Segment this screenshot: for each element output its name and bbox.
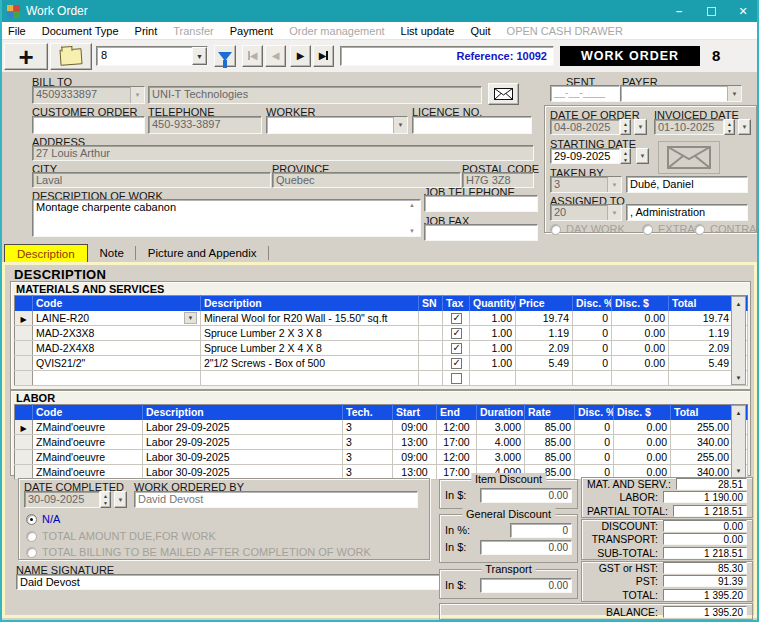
record-selector-combo[interactable]: 8 ▼ [96,46,208,66]
taken-by-combo[interactable]: 3▼ [550,176,622,193]
job-telephone-field[interactable] [424,195,538,212]
name-signature-field[interactable]: Daid Devost [16,574,441,590]
starting-date-spinner[interactable]: ▲▼ [620,148,631,164]
materials-scrollbar[interactable]: ▲ ▼ [731,296,746,385]
scroll-up-icon[interactable]: ▲ [732,297,745,310]
tax-checkbox[interactable] [451,343,462,354]
sent-field[interactable]: __-__-____ [550,85,620,102]
mail-invoice-button [658,141,720,174]
materials-row[interactable]: ▶ LAINE-R20▼ Mineral Wool for R20 Wall -… [15,311,748,326]
work-ordered-by-field[interactable]: David Devost [134,491,418,508]
maximize-button[interactable] [695,0,727,22]
open-button[interactable] [50,43,92,70]
minimize-button[interactable]: – [663,0,695,22]
chevron-down-icon: ▼ [130,87,144,103]
scroll-down-icon[interactable]: ▼ [732,464,745,477]
labor-title: LABOR [16,392,55,404]
radio-icon [642,224,653,235]
materials-title: MATERIALS AND SERVICES [16,283,164,295]
new-record-button[interactable]: + [4,43,48,70]
mail-icon [667,146,711,169]
tax-checkbox[interactable] [451,313,462,324]
menu-list-update[interactable]: List update [393,25,463,37]
prev-record-icon: ◀ [272,51,280,61]
tax-checkbox[interactable] [451,328,462,339]
menu-file[interactable]: File [0,25,34,37]
labor-scrollbar[interactable]: ▲ ▼ [731,405,746,478]
starting-date-dropdown[interactable]: ▼ [636,148,649,164]
invoiced-date-dropdown: ▼ [738,119,751,135]
tax-checkbox[interactable] [451,373,462,384]
document-type-banner: WORK ORDER [560,46,700,66]
scroll-up-icon[interactable]: ▲ [732,406,745,419]
close-button[interactable]: ✕ [727,0,759,22]
assigned-to-combo[interactable]: 20▼ [550,204,622,221]
item-discount-field[interactable]: 0.00 [480,488,572,503]
licence-field[interactable] [412,116,532,134]
tab-description[interactable]: Description [4,244,88,262]
tabstrip: Description Note Picture and Appendix [4,243,269,262]
transport-field[interactable]: 0.00 [480,578,572,593]
radio-icon [26,514,37,525]
chevron-down-icon: ▼ [742,124,748,130]
reference-value: Reference: 10092 [456,50,547,62]
next-record-icon: ▶ [297,51,305,61]
bill-to-name-field: UNI-T Technologies [148,86,482,104]
labor-row[interactable]: ▶ ZMaind'oeuvre Labor 29-09-2025 3 09:00… [15,420,748,435]
send-mail-button[interactable] [488,83,519,105]
billing-mailed-radio: TOTAL BILLING TO BE MAILED AFTER COMPLET… [26,546,371,558]
materials-row[interactable]: MAD-2X4X8 Spruce Lumber 2 X 4 X 8 1.00 2… [15,341,748,356]
na-radio[interactable]: N/A [26,513,60,525]
labor-row[interactable]: ZMaind'oeuvre Labor 29-09-2025 3 13:00 1… [15,435,748,450]
materials-header-row: Code Description SN Tax Quantity Price D… [15,296,748,311]
payer-combo[interactable]: ▼ [620,85,742,102]
totals-box-3: GST or HST:85.30 PST:91.39 TOTAL:1 395.2… [581,561,753,602]
toolbar: + 8 ▼ ◀ ◀ ▶ ▶ Reference: 10092 WORK ORDE… [0,40,759,72]
day-work-radio: DAY WORK [550,223,625,235]
customer-order-field[interactable] [32,116,145,134]
scroll-down-icon[interactable]: ▼ [732,371,745,384]
menu-print[interactable]: Print [127,25,166,37]
gst-hst-field: 85.30 [663,562,747,574]
total-row: TOTAL:1 395.20 [587,589,747,601]
titlebar: Work Order – ✕ [0,0,759,22]
radio-icon [550,224,561,235]
maximize-icon [707,7,716,16]
materials-row[interactable]: MAD-2X3X8 Spruce Lumber 2 X 3 X 8 1.00 1… [15,326,748,341]
textarea-scrollbar[interactable]: ▲▼ [406,202,418,234]
last-record-button[interactable]: ▶ [313,45,334,67]
spinner-down-icon: ▼ [621,156,630,163]
labor-row[interactable]: ZMaind'oeuvre Labor 30-09-2025 3 09:00 1… [15,450,748,465]
date-completed-spinner[interactable]: ▲▼ [100,491,111,508]
menu-payment[interactable]: Payment [222,25,281,37]
date-of-order-dropdown: ▼ [634,119,647,135]
menu-quit[interactable]: Quit [462,25,498,37]
total-row: PST:91.39 [587,575,747,587]
starting-date-field[interactable]: 29-09-2025 [550,148,620,164]
radio-icon [694,224,705,235]
materials-table: Code Description SN Tax Quantity Price D… [14,295,748,386]
partial-total-field: 1 218.51 [673,505,747,517]
add-icon: + [18,47,33,67]
scroll-up-icon: ▲ [409,202,415,208]
tab-note[interactable]: Note [88,244,136,262]
worker-combo[interactable]: ▼ [266,116,408,134]
materials-row-empty[interactable] [15,371,748,386]
job-fax-field[interactable] [424,224,538,241]
chevron-down-icon: ▼ [638,124,644,130]
menu-document-type[interactable]: Document Type [34,25,127,37]
tab-picture-appendix[interactable]: Picture and Appendix [136,244,269,262]
chevron-down-icon[interactable]: ▼ [192,47,207,65]
date-completed-dropdown[interactable]: ▼ [114,491,127,508]
materials-row[interactable]: QVIS21/2" 2"1/2 Screws - Box of 500 1.00… [15,356,748,371]
chevron-down-icon[interactable]: ▼ [184,312,197,324]
general-discount-pct-field[interactable]: 0 [510,523,572,538]
bill-to-account-combo[interactable]: 4509333897▼ [32,86,145,104]
next-record-button[interactable]: ▶ [290,45,311,67]
filter-button[interactable] [214,45,236,67]
general-discount-field[interactable]: 0.00 [480,540,572,555]
chevron-down-icon: ▼ [393,117,407,133]
reference-field: Reference: 10092 [340,46,554,66]
work-description-textarea[interactable]: Montage charpente cabanon ▲▼ [32,199,421,237]
tax-checkbox[interactable] [451,358,462,369]
